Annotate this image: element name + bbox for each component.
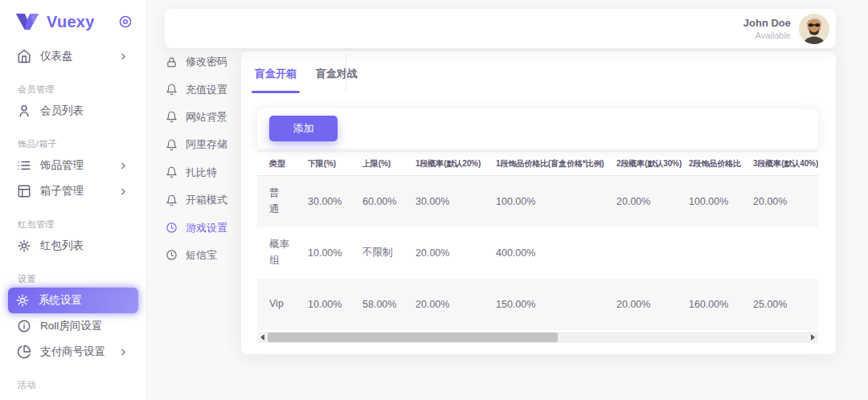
submenu-item-label: 游戏设置 [186,221,227,235]
cell-value: 150.00% [489,279,610,330]
cell-value [747,227,818,279]
sidebar-item-member-list[interactable]: 会员列表 [10,98,137,124]
sidebar-section-redpacket: 红包管理 [18,215,146,233]
sidebar-item-dashboard[interactable]: 仪表盘 [10,43,137,69]
table-row: Vip 10.00% 58.00% 20.00% 150.00% 20.00% … [257,279,818,330]
cell-value: 100.00% [682,176,747,227]
sidebar-item-label: Roll房间设置 [40,319,102,333]
sidebar-item-roll-room-settings[interactable]: Roll房间设置 [10,313,137,339]
scrollbar-thumb[interactable] [268,333,558,342]
pie-chart-icon [17,345,31,359]
column-header-seg2-probability: 2段概率(默认30%) [610,152,682,176]
lock-icon [166,55,178,68]
cell-type: 概率 组 [257,227,301,279]
submenu-item-zhabite[interactable]: 扎比特 [166,159,242,186]
sidebar-item-box-management[interactable]: 箱子管理 [10,178,137,204]
home-icon [17,49,31,63]
column-header-type: 类型 [257,152,301,176]
chevron-right-icon [118,51,129,62]
table-row: 概率 组 10.00% 不限制 20.00% 400.00% [257,227,818,279]
table-header-row: 类型 下限(%) 上限(%) 1段概率(默认20%) 1段饰品价格比(盲盒价格*… [257,152,818,176]
submenu-item-site-background[interactable]: 网站背景 [166,104,242,131]
submenu-item-recharge-settings[interactable]: 充值设置 [166,76,242,103]
bell-icon [166,138,178,151]
scrollbar-track[interactable] [268,332,808,343]
submenu-item-label: 修改密码 [186,55,227,69]
sidebar-item-label: 支付商号设置 [40,345,105,359]
submenu-item-game-settings[interactable]: 游戏设置 [166,214,242,241]
column-header-seg2-price-ratio: 2段饰品价格比 [682,152,747,176]
clock-icon [166,222,178,235]
submenu-item-ali-storage[interactable]: 阿里存储 [166,131,242,158]
user-name: John Doe [743,17,791,29]
cell-value [610,227,682,279]
submenu-item-label: 网站背景 [186,110,227,124]
column-header-upper-limit: 上限(%) [356,152,409,176]
brand-header: Vuexy [0,0,146,43]
scroll-left-arrow-icon[interactable] [257,332,268,343]
probability-table-wrap: 类型 下限(%) 上限(%) 1段概率(默认20%) 1段饰品价格比(盲盒价格*… [257,151,818,330]
sidebar-section-items-boxes: 饰品/箱子 [18,135,146,153]
sidebar-item-redpacket-list[interactable]: 红包列表 [10,233,137,259]
bell-icon [166,84,178,96]
cell-value: 60.00% [356,176,409,227]
table-row: 普 通 30.00% 60.00% 30.00% 100.00% 20.00% … [257,176,818,227]
scroll-right-arrow-icon[interactable] [808,332,818,343]
probability-table: 类型 下限(%) 上限(%) 1段概率(默认20%) 1段饰品价格比(盲盒价格*… [257,151,818,330]
tab-bar-divider [346,55,346,92]
add-button[interactable]: 添加 [269,116,338,141]
cell-value: 10.00% [301,227,356,279]
submenu-item-unbox-mode[interactable]: 开箱模式 [166,186,242,214]
submenu-item-label: 充值设置 [186,83,227,97]
settings-submenu: 修改密码 充值设置 网站背景 阿里存储 扎比特 [166,48,242,269]
user-icon [17,104,31,118]
sidebar-section-members: 会员管理 [18,80,146,98]
submenu-item-label: 扎比特 [186,165,217,180]
horizontal-scrollbar[interactable] [257,332,818,343]
cell-value: 400.00% [489,227,610,279]
sidebar-pin-icon[interactable] [117,14,133,30]
sidebar-nav: 仪表盘 会员管理 会员列表 饰品/箱子 饰品管理 [0,43,146,394]
app-window: Vuexy 仪表盘 会员管理 [0,0,868,400]
topbar: John Doe Available [165,9,836,48]
column-header-lower-limit: 下限(%) [301,152,356,176]
column-header-seg3-probability: 3段概率(默认40%) [747,152,818,176]
clock-icon [166,249,178,262]
submenu-item-label: 短信宝 [186,248,217,263]
chevron-right-icon [118,186,129,197]
cell-value: 25.00% [747,279,818,330]
column-header-seg1-price-ratio: 1段饰品价格比(盲盒价格*比例) [489,152,610,176]
sidebar-item-label: 仪表盘 [40,49,73,63]
sidebar-item-payment-merchant-settings[interactable]: 支付商号设置 [10,339,137,365]
sidebar-item-item-management[interactable]: 饰品管理 [10,153,137,178]
sidebar-item-label: 系统设置 [39,293,82,308]
vuexy-logo-icon [16,14,39,30]
sidebar-item-label: 红包列表 [40,239,84,253]
gear-icon [17,239,31,253]
submenu-item-label: 开箱模式 [186,193,227,207]
cell-value: 160.00% [682,279,747,330]
cell-value: 不限制 [356,227,409,279]
user-status: Available [743,31,791,40]
tab-blindbox-battle[interactable]: 盲盒对战 [313,55,361,93]
submenu-item-change-password[interactable]: 修改密码 [166,48,242,76]
sidebar-section-settings: 设置 [18,270,146,288]
chevron-right-icon [118,160,129,171]
bell-icon [166,194,178,206]
submenu-item-sms-treasure[interactable]: 短信宝 [166,242,242,269]
sidebar-item-label: 饰品管理 [40,158,84,173]
cell-value: 58.00% [356,279,409,330]
submenu-item-label: 阿里存储 [186,137,227,152]
sidebar-item-system-settings[interactable]: 系统设置 [8,288,138,313]
user-info: John Doe Available [743,17,791,40]
info-icon [17,319,31,333]
sidebar-section-activity: 活动 [18,376,146,394]
list-icon [17,158,31,173]
chevron-right-icon [118,346,129,357]
cell-type: 普 通 [257,176,301,227]
avatar[interactable] [799,14,829,44]
sidebar-item-label: 箱子管理 [40,184,84,198]
tab-blindbox-unbox[interactable]: 盲盒开箱 [252,55,300,93]
table-toolbar: 添加 [257,108,818,149]
brand-name: Vuexy [47,13,117,31]
